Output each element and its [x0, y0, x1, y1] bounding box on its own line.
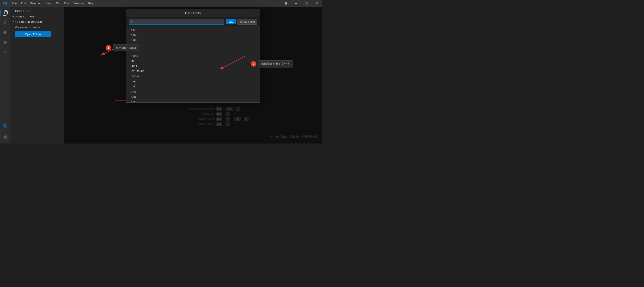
menu-selection[interactable]: Selection: [28, 0, 44, 7]
folder-list-item[interactable]: proc: [126, 89, 260, 94]
dialog-overlay: Open Folder OK Show Local binbootdatadev…: [64, 7, 322, 144]
folder-list-item[interactable]: etc: [126, 48, 260, 53]
folder-list: binbootdatadevetchomeliblib64lost+foundm…: [126, 26, 260, 102]
open-editors-label: OPEN EDITORS: [15, 15, 35, 18]
folder-list-item[interactable]: opt: [126, 84, 260, 89]
no-folder-content: Connected to remote. Open Folder: [11, 24, 64, 39]
folder-list-item[interactable]: dev: [126, 43, 260, 48]
menu-terminal[interactable]: Terminal: [71, 0, 86, 7]
menu-go[interactable]: Go: [54, 0, 62, 7]
activity-icon-search[interactable]: [1, 18, 10, 27]
annotation-1: 1 点击open folder: [106, 44, 139, 52]
dialog-ok-button[interactable]: OK: [226, 19, 236, 24]
dialog-input-row: OK Show Local: [126, 17, 260, 26]
activity-icon-source-control[interactable]: [1, 28, 10, 37]
minimize-button[interactable]: ─: [291, 0, 302, 7]
folder-list-item[interactable]: lost+found: [126, 68, 260, 74]
annotation-2: 2 选择需要打开的文件夹: [251, 60, 293, 68]
folder-path-input[interactable]: [129, 19, 224, 24]
folder-list-item[interactable]: lib64: [126, 63, 260, 68]
folder-list-item[interactable]: mnt: [126, 79, 260, 84]
activity-icon-remote[interactable]: [1, 121, 10, 130]
menu-run[interactable]: Run: [62, 0, 71, 7]
folder-list-item[interactable]: lib: [126, 58, 260, 63]
folder-list-item[interactable]: run: [126, 99, 260, 102]
menu-edit[interactable]: Edit: [19, 0, 28, 7]
folder-list-item[interactable]: root: [126, 94, 260, 99]
folder-list-item[interactable]: media: [126, 74, 260, 79]
open-editors-arrow: ▾: [12, 16, 14, 18]
titlebar-left: File Edit Selection View Go Run Terminal…: [0, 0, 96, 7]
dialog-show-local-button[interactable]: Show Local: [238, 19, 258, 24]
folder-list-item[interactable]: data: [126, 38, 260, 43]
annotation-label-2: 选择需要打开的文件夹: [258, 60, 293, 68]
sidebar: EXPLORER ··· ▾ OPEN EDITORS ▾ NO FOLDER …: [11, 7, 64, 144]
sidebar-title: EXPLORER: [15, 10, 31, 12]
activity-icon-extensions[interactable]: [1, 48, 10, 57]
vscode-logo-icon: [0, 0, 10, 7]
menu-view[interactable]: View: [44, 0, 54, 7]
no-folder-header[interactable]: ▾ NO FOLDER OPENED: [11, 20, 64, 24]
editor-area: Show All Commands Ctrl + Shift + P Open …: [64, 7, 322, 144]
titlebar: File Edit Selection View Go Run Terminal…: [0, 0, 322, 7]
no-folder-section: ▾ NO FOLDER OPENED Connected to remote. …: [11, 19, 64, 40]
annotation-label-1: 点击open folder: [113, 44, 139, 52]
open-folder-dialog: Open Folder OK Show Local binbootdatadev…: [126, 9, 260, 102]
open-folder-button[interactable]: Open Folder: [15, 31, 51, 37]
open-editors-section: ▾ OPEN EDITORS: [11, 14, 64, 19]
titlebar-controls: ⊞ ─ □ ✕: [281, 0, 322, 7]
sidebar-more-button[interactable]: ···: [58, 9, 62, 13]
menu-help[interactable]: Help: [86, 0, 96, 7]
no-folder-arrow: ▾: [12, 21, 14, 23]
open-editors-header[interactable]: ▾ OPEN EDITORS: [11, 14, 64, 19]
main-layout: EXPLORER ··· ▾ OPEN EDITORS ▾ NO FOLDER …: [0, 7, 322, 144]
layout-button[interactable]: ⊞: [281, 0, 291, 7]
close-button[interactable]: ✕: [312, 0, 322, 7]
activity-icon-run[interactable]: [1, 38, 10, 47]
menu-file[interactable]: File: [10, 0, 19, 7]
maximize-button[interactable]: □: [302, 0, 312, 7]
folder-list-item[interactable]: boot: [126, 32, 260, 38]
connected-text: Connected to remote.: [15, 26, 60, 29]
annotation-badge-2: 2: [251, 61, 256, 66]
annotation-badge-1: 1: [106, 45, 111, 50]
sidebar-header: EXPLORER ···: [11, 7, 64, 14]
no-folder-label: NO FOLDER OPENED: [15, 20, 42, 23]
activity-icon-explorer[interactable]: [1, 8, 10, 18]
dialog-title: Open Folder: [126, 9, 260, 17]
activity-bar: [0, 7, 11, 144]
folder-list-item[interactable]: bin: [126, 27, 260, 32]
activity-icon-settings[interactable]: [1, 133, 10, 142]
folder-list-item[interactable]: home: [126, 53, 260, 58]
